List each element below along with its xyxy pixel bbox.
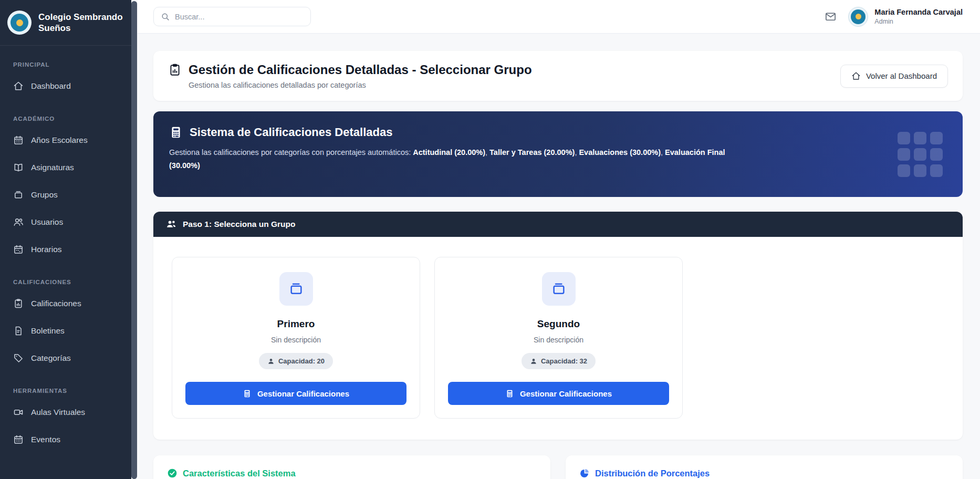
category-percentage: Taller y Tareas (20.00%) — [489, 148, 575, 157]
manage-grades-label: Gestionar Calificaciones — [520, 389, 612, 398]
sidebar-section-label: ACADÉMICO — [0, 100, 131, 127]
main-content: Gestión de Calificaciones Detalladas - S… — [138, 34, 980, 479]
sidebar-section-label: CALIFICACIONES — [0, 263, 131, 290]
sidebar-item-label: Horarios — [31, 245, 62, 254]
banner-description: Gestiona las calificaciones por categorí… — [169, 146, 736, 172]
sidebar-item-label: Aulas Virtuales — [31, 408, 85, 417]
calculator-icon — [243, 389, 252, 398]
user-name: Maria Fernanda Carvajal — [874, 8, 963, 17]
sidebar-item-label: Dashboard — [31, 81, 71, 91]
features-title: Características del Sistema — [183, 468, 296, 478]
page-subtitle: Gestiona las calificaciones detalladas p… — [189, 81, 532, 89]
sidebar-item-boletines[interactable]: Boletines — [0, 317, 131, 345]
sidebar-item-aulas-virtuales[interactable]: Aulas Virtuales — [0, 399, 131, 426]
sidebar-item-label: Asignaturas — [31, 163, 74, 172]
avatar — [848, 7, 868, 27]
system-banner: Sistema de Calificaciones Detalladas Ges… — [153, 111, 963, 197]
capacity-badge: Capacidad: 20 — [259, 353, 333, 369]
sidebar: Colegio Sembrando Sueños PRINCIPALDashbo… — [0, 0, 131, 479]
calendar-clock-icon — [13, 244, 24, 255]
book-icon — [13, 162, 24, 173]
search-input[interactable] — [175, 13, 304, 21]
briefcase-icon — [279, 272, 313, 306]
briefcase-icon — [542, 272, 576, 306]
tag-icon — [13, 353, 24, 363]
search-icon — [161, 12, 170, 21]
sidebar-section-label: HERRAMIENTAS — [0, 372, 131, 399]
manage-grades-button[interactable]: Gestionar Calificaciones — [185, 382, 406, 405]
sidebar-item-horarios[interactable]: Horarios — [0, 236, 131, 263]
person-icon — [530, 358, 537, 365]
category-percentage: Actitudinal (20.00%) — [413, 148, 485, 157]
group-description: Sin descripción — [271, 336, 321, 344]
group-card: Primero Sin descripción Capacidad: 20 Ge… — [172, 257, 420, 419]
sidebar-item-label: Grupos — [31, 190, 58, 200]
group-card: Segundo Sin descripción Capacidad: 32 Ge… — [434, 257, 683, 419]
sidebar-item-categorias[interactable]: Categorías — [0, 345, 131, 372]
calendar-icon — [13, 135, 24, 145]
sidebar-item-label: Usuarios — [31, 217, 63, 227]
page-title: Gestión de Calificaciones Detalladas - S… — [189, 63, 532, 77]
sidebar-item-anos-escolares[interactable]: Años Escolares — [0, 127, 131, 154]
chart-clipboard-icon — [168, 63, 182, 77]
groups-container: Primero Sin descripción Capacidad: 20 Ge… — [153, 237, 963, 440]
group-description: Sin descripción — [534, 336, 583, 344]
user-role: Admin — [874, 18, 963, 25]
step1-header: Paso 1: Selecciona un Grupo — [153, 212, 963, 237]
brand-name: Colegio Sembrando Sueños — [38, 12, 124, 34]
sidebar-item-label: Calificaciones — [31, 299, 81, 308]
search-box[interactable] — [153, 7, 311, 26]
briefcase-icon — [13, 190, 24, 200]
features-card: Características del Sistema — [153, 455, 550, 479]
distribution-title: Distribución de Porcentajes — [595, 468, 710, 478]
banner-title: Sistema de Calificaciones Detalladas — [190, 126, 392, 139]
video-icon — [13, 407, 24, 418]
category-percentage: Evaluaciones (30.00%) — [579, 148, 661, 157]
home-icon — [851, 71, 861, 81]
home-icon — [13, 81, 24, 91]
step1-card: Paso 1: Selecciona un Grupo Primero Sin … — [153, 212, 963, 440]
manage-grades-button[interactable]: Gestionar Calificaciones — [448, 382, 669, 405]
distribution-card: Distribución de Porcentajes — [566, 455, 963, 479]
grid-decoration-icon — [898, 132, 943, 177]
sidebar-item-label: Eventos — [31, 435, 60, 444]
sidebar-item-label: Años Escolares — [31, 136, 88, 145]
sidebar-item-eventos[interactable]: Eventos — [0, 426, 131, 453]
group-name: Primero — [277, 318, 315, 330]
users-icon — [13, 217, 24, 227]
sidebar-nav: PRINCIPALDashboardACADÉMICOAños Escolare… — [0, 46, 131, 453]
back-to-dashboard-button[interactable]: Volver al Dashboard — [840, 65, 948, 88]
group-name: Segundo — [537, 318, 580, 330]
user-menu[interactable]: Maria Fernanda Carvajal Admin — [848, 7, 963, 27]
sidebar-section-label: PRINCIPAL — [0, 46, 131, 72]
document-icon — [13, 326, 24, 336]
check-circle-icon — [167, 468, 178, 478]
page-header-card: Gestión de Calificaciones Detalladas - S… — [153, 51, 963, 101]
topbar: Maria Fernanda Carvajal Admin — [138, 0, 980, 34]
sidebar-item-label: Categorías — [31, 353, 71, 363]
users-icon — [166, 219, 176, 230]
chart-clipboard-icon — [13, 298, 24, 309]
step1-title: Paso 1: Selecciona un Grupo — [183, 220, 295, 229]
school-logo-icon — [7, 11, 32, 35]
manage-grades-label: Gestionar Calificaciones — [257, 389, 349, 398]
capacity-label: Capacidad: 32 — [541, 357, 587, 365]
sidebar-item-dashboard[interactable]: Dashboard — [0, 72, 131, 100]
sidebar-item-label: Boletines — [31, 326, 65, 336]
person-icon — [267, 358, 275, 365]
sidebar-item-grupos[interactable]: Grupos — [0, 181, 131, 209]
calculator-icon — [505, 389, 514, 398]
sidebar-item-calificaciones[interactable]: Calificaciones — [0, 290, 131, 317]
capacity-label: Capacidad: 20 — [278, 357, 325, 365]
sidebar-scrollbar[interactable] — [131, 1, 137, 479]
brand[interactable]: Colegio Sembrando Sueños — [0, 0, 131, 45]
pie-chart-icon — [579, 468, 590, 478]
sidebar-item-usuarios[interactable]: Usuarios — [0, 209, 131, 236]
calendar-icon — [13, 434, 24, 445]
sidebar-item-asignaturas[interactable]: Asignaturas — [0, 154, 131, 181]
calculator-icon — [169, 126, 183, 139]
capacity-badge: Capacidad: 32 — [522, 353, 596, 369]
mail-icon[interactable] — [825, 11, 837, 23]
